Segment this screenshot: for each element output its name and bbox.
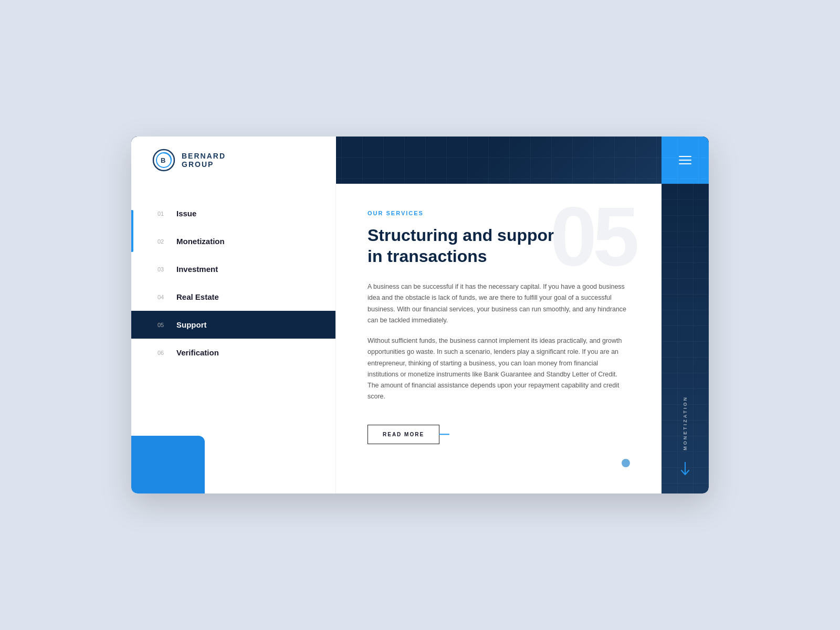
nav-num-4: 04 (158, 294, 167, 300)
service-title-line1: Structuring and support (368, 226, 560, 245)
content-area: 05 OUR SERVICES Structuring and support … (336, 184, 662, 494)
nav-item-verification[interactable]: 06 Verification (131, 339, 335, 366)
vertical-label: MONETIZATION (682, 396, 688, 450)
nav-label-verification: Verification (176, 348, 219, 357)
service-section-label: OUR SERVICES (368, 210, 630, 216)
logo-brand-sub: GROUP (182, 160, 226, 169)
nav-item-support[interactable]: 05 Support (131, 311, 335, 339)
menu-button[interactable] (662, 136, 709, 184)
svg-text:B: B (161, 156, 165, 164)
nav-label-real-estate: Real Estate (176, 292, 219, 301)
sidebar-blue-block (131, 436, 205, 494)
nav-num-3: 03 (158, 266, 167, 272)
brand-logo-icon: B (152, 149, 175, 172)
nav-num-2: 02 (158, 238, 167, 245)
nav-item-real-estate[interactable]: 04 Real Estate (131, 283, 335, 311)
read-more-button[interactable]: READ MORE (368, 425, 439, 444)
header: B BERNARD GROUP (131, 136, 709, 184)
nav-label-investment: Investment (176, 265, 218, 274)
nav-num-1: 01 (158, 211, 167, 217)
nav-label-monetization: Monetization (176, 237, 225, 246)
logo-text: BERNARD GROUP (182, 152, 226, 169)
dot-indicator (622, 459, 630, 467)
nav-num-5: 05 (158, 322, 167, 328)
scroll-down-button[interactable] (677, 461, 694, 478)
logo-area: B BERNARD GROUP (131, 136, 336, 184)
right-panel: MONETIZATION (662, 184, 709, 494)
arrow-down-icon (680, 462, 690, 477)
nav-label-support: Support (176, 320, 207, 329)
main-window: B BERNARD GROUP 01 Issue (131, 136, 709, 494)
main-content: 01 Issue 02 Monetization 03 Investment 0… (131, 184, 709, 494)
service-body-1: A business can be successful if it has t… (368, 281, 630, 326)
nav-num-6: 06 (158, 350, 167, 356)
service-title-line2: in transactions (368, 247, 487, 266)
service-body-2: Without sufficient funds, the business c… (368, 335, 630, 403)
nav-item-issue[interactable]: 01 Issue (131, 200, 335, 227)
logo-brand-name: BERNARD (182, 152, 226, 161)
sidebar: 01 Issue 02 Monetization 03 Investment 0… (131, 184, 336, 494)
nav-item-investment[interactable]: 03 Investment (131, 255, 335, 283)
hamburger-icon (679, 156, 691, 164)
nav-label-issue: Issue (176, 209, 196, 218)
nav-item-monetization[interactable]: 02 Monetization (131, 227, 335, 255)
service-title: Structuring and support in transactions (368, 225, 578, 267)
